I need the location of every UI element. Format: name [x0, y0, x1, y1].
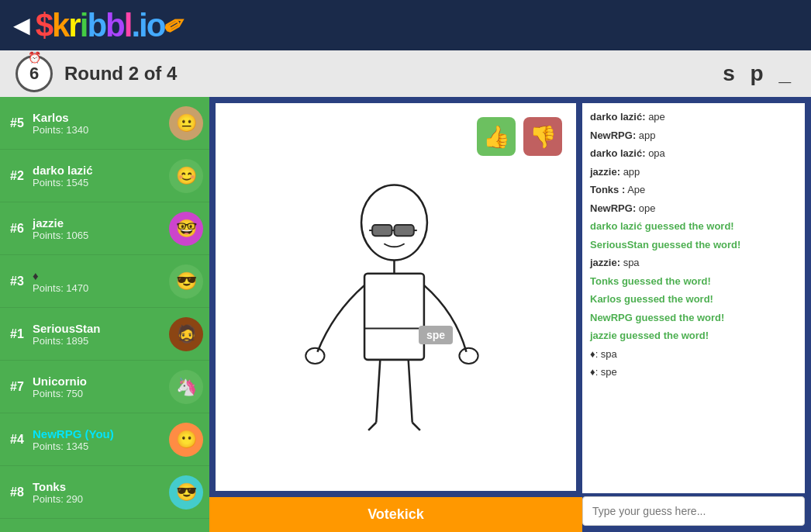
player-info: darko lazićPoints: 1545	[33, 164, 169, 188]
chat-message: jazzie: app	[590, 163, 797, 181]
logo-letter-k: k	[52, 7, 68, 44]
svg-rect-7	[394, 225, 413, 236]
logo-letter-i: i	[80, 7, 88, 44]
player-info: TonksPoints: 290	[33, 480, 169, 505]
chat-message: NewRPG guessed the word!	[590, 309, 797, 327]
player-name: SeriousStan	[33, 322, 169, 335]
player-info: jazziePoints: 1065	[33, 216, 169, 241]
player-points: Points: 1545	[33, 177, 169, 188]
logo-io: io	[139, 7, 164, 44]
player-rank: #7	[6, 380, 28, 394]
drawing-canvas: 👍 👎	[216, 103, 576, 491]
chat-messages: darko lazić: apeNewRPG: appdarko lazić: …	[582, 103, 805, 493]
svg-line-13	[376, 360, 380, 423]
player-points: Points: 1340	[33, 124, 169, 136]
svg-line-16	[412, 423, 420, 430]
player-rank: #6	[6, 222, 28, 236]
timer-value: 6	[29, 64, 39, 84]
player-avatar: 😊	[169, 159, 203, 193]
chat-message: darko lazić guessed the word!	[590, 217, 797, 236]
player-row: #6jazziePoints: 1065🤓	[0, 202, 209, 255]
player-info: UnicornioPoints: 750	[33, 375, 169, 399]
player-name: ♦	[33, 269, 169, 282]
chat-message: ♦: spa	[590, 345, 797, 364]
player-avatar: 😎	[169, 475, 203, 510]
player-rank: #1	[6, 327, 28, 341]
logo: ◄ $ k r i b b l . io ✏	[8, 7, 184, 44]
player-row: #5KarlosPoints: 1340😐	[0, 97, 209, 150]
player-row: #7UnicornioPoints: 750🦄	[0, 361, 209, 413]
votekick-button[interactable]: Votekick	[209, 497, 582, 532]
chat-message: darko lazić: ape	[590, 108, 797, 126]
player-points: Points: 750	[33, 388, 169, 399]
chat-area: darko lazić: apeNewRPG: appdarko lazić: …	[582, 97, 811, 532]
player-rank: #2	[6, 169, 28, 183]
chat-message: jazzie: spa	[590, 254, 797, 272]
svg-point-11	[305, 348, 324, 364]
chat-input-container	[582, 496, 805, 526]
player-info: KarlosPoints: 1340	[33, 111, 169, 136]
logo-letter-b1: b	[87, 7, 105, 44]
logo-letter-l: l	[124, 7, 132, 44]
main-content: #5KarlosPoints: 1340😐#2darko lazićPoints…	[0, 97, 811, 532]
round-label: Round 2 of 4	[64, 63, 723, 85]
player-points: Points: 1345	[33, 440, 169, 452]
player-rank: #8	[6, 485, 28, 499]
logo-letter-s: $	[36, 7, 52, 44]
player-name: Unicornio	[33, 375, 169, 388]
player-avatar: 🤓	[169, 212, 203, 246]
logo-arrow: ◄	[8, 9, 34, 42]
header: ◄ $ k r i b b l . io ✏	[0, 0, 811, 50]
chat-message: NewRPG: ope	[590, 199, 797, 218]
player-avatar: 🧔	[169, 317, 203, 351]
chat-message: SeriousStan guessed the word!	[590, 236, 797, 254]
player-rank: #5	[6, 116, 28, 130]
player-rank: #3	[6, 275, 28, 288]
logo-dot: .	[131, 7, 139, 44]
svg-point-12	[459, 348, 478, 364]
player-info: SeriousStanPoints: 1895	[33, 322, 169, 347]
svg-rect-9	[364, 274, 424, 360]
svg-point-0	[361, 185, 427, 260]
player-name: NewRPG (You)	[33, 427, 169, 440]
word-display: s p _	[723, 61, 795, 86]
drawing-hint: spe	[419, 326, 453, 344]
players-sidebar: #5KarlosPoints: 1340😐#2darko lazićPoints…	[0, 97, 209, 532]
chat-message: Tonks : Ape	[590, 181, 797, 199]
player-name: Tonks	[33, 480, 169, 493]
timer-icon: ⏰	[28, 51, 41, 64]
timer: ⏰ 6	[16, 55, 53, 92]
logo-letter-b2: b	[105, 7, 124, 44]
chat-message: Karlos guessed the word!	[590, 290, 797, 309]
canvas-area: spe 👍 👎	[209, 97, 582, 497]
chat-input[interactable]	[582, 496, 805, 526]
player-name: darko lazić	[33, 164, 169, 177]
round-bar: ⏰ 6 Round 2 of 4 s p _	[0, 50, 811, 97]
drawing-svg	[216, 103, 576, 491]
chat-message: Tonks guessed the word!	[590, 272, 797, 291]
player-row: #4NewRPG (You)Points: 1345😶	[0, 413, 209, 466]
svg-line-15	[368, 423, 376, 430]
chat-message: jazzie guessed the word!	[590, 326, 797, 345]
player-row: #3♦ Points: 1470😎	[0, 255, 209, 308]
player-points: Points: 1065	[33, 230, 169, 241]
player-avatar: 😶	[169, 423, 203, 457]
player-info: NewRPG (You)Points: 1345	[33, 427, 169, 452]
player-name: jazzie	[33, 216, 169, 230]
chat-message: darko lazić: opa	[590, 144, 797, 163]
player-name: Karlos	[33, 111, 169, 124]
player-row: #1SeriousStanPoints: 1895🧔	[0, 308, 209, 361]
player-rank: #4	[6, 433, 28, 447]
player-row: #8TonksPoints: 290😎	[0, 466, 209, 519]
chat-message: ♦: spe	[590, 363, 797, 382]
svg-line-14	[409, 360, 412, 423]
svg-rect-6	[372, 225, 392, 236]
player-points: Points: 290	[33, 493, 169, 505]
logo-letter-r: r	[68, 7, 79, 44]
player-avatar: 😐	[169, 106, 203, 140]
player-points: Points: 1895	[33, 335, 169, 347]
chat-message: NewRPG: app	[590, 126, 797, 145]
player-points: Points: 1470	[33, 282, 169, 294]
player-row: #2darko lazićPoints: 1545😊	[0, 150, 209, 202]
player-avatar: 🦄	[169, 370, 203, 404]
